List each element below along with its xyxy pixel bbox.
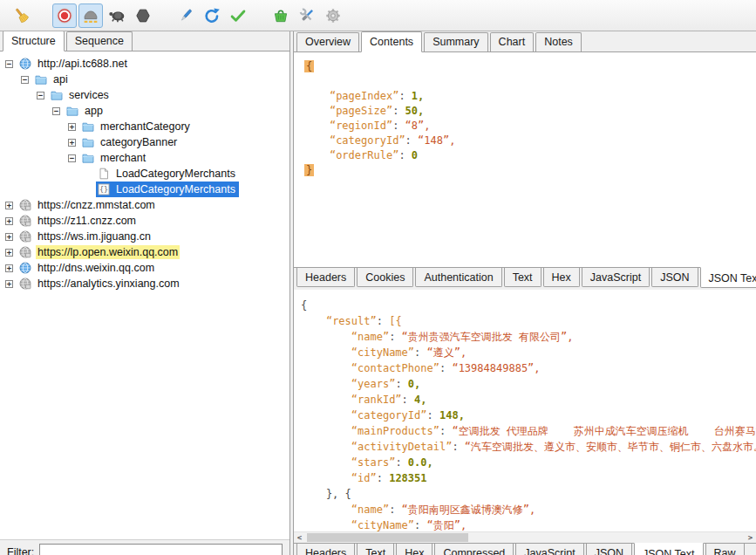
tree-label: http://api.tc688.net [36,57,129,71]
toolbar-button-clear-session[interactable] [10,3,34,28]
tree-label: https://cnzz.mmstat.com [36,198,157,212]
request-json-body: { “pageIndex”: 1, “pageSize”: 50, “regio… [294,52,756,267]
expand-icon[interactable]: + [5,202,13,209]
toolbar-button-repeat[interactable] [200,3,224,28]
tree-row-services[interactable]: −services [0,87,289,103]
expand-icon[interactable]: + [5,249,13,257]
tab-text[interactable]: Text [357,544,394,555]
tab-contents[interactable]: Contents [361,31,422,52]
pen-icon [176,6,195,25]
broom-icon [12,6,31,25]
code-line: }, { [301,486,749,502]
expand-icon[interactable]: + [5,217,13,225]
tree-label-wrap: merchantCategory [80,119,194,134]
tab-javascript[interactable]: JavaScript [582,268,650,287]
tree-label-wrap: http://api.tc688.net [17,56,131,72]
tab-headers[interactable]: Headers [296,268,355,287]
tab-cookies[interactable]: Cookies [357,268,413,287]
globe-http-icon [19,58,32,70]
tab-json-text[interactable]: JSON Text [634,543,704,555]
tab-headers[interactable]: Headers [296,544,355,555]
tree-label-wrap: https://cnzz.mmstat.com [17,197,159,213]
code-line: { [301,298,749,313]
throttle-icon [81,6,100,25]
tree-label: https://z11.cnzz.com [36,214,138,228]
toolbar-button-compose[interactable] [174,3,198,28]
tree-label: LoadCategoryMerchants [114,182,237,196]
tab-javascript[interactable]: JavaScript [515,544,583,555]
tree-row-categorybanner[interactable]: +categoryBanner [0,134,289,150]
tab-json-text[interactable]: JSON Text [700,267,756,288]
toolbar-button-throttle-turtle[interactable] [105,3,129,28]
filter-input[interactable] [39,544,283,555]
folder-icon [66,105,79,117]
filter-label: Filter: [7,546,34,555]
tree-label: http://dns.weixin.qq.com [36,261,156,275]
tab-json[interactable]: JSON [586,544,632,555]
tree-label: https://analytics.yinxiang.com [36,277,181,291]
collapse-icon[interactable]: − [21,76,29,84]
tree-row-https-cnzz-mmstat-com[interactable]: +https://cnzz.mmstat.com [0,197,289,213]
response-json-body: { “result”: [{ “name”: “贵州贵强汽车空调批发 有限公司”… [294,290,756,531]
toolbar-button-validate[interactable] [226,3,250,28]
tree-label-wrap: {}LoadCategoryMerchants [96,182,239,197]
expand-icon[interactable]: + [5,233,13,241]
collapse-icon[interactable]: − [52,107,60,115]
collapse-icon[interactable]: − [37,92,44,99]
horizontal-scroll-thumb[interactable] [307,533,468,542]
tree-label: services [67,88,111,102]
scroll-left-arrow-icon[interactable]: < [294,532,305,543]
tab-authentication[interactable]: Authentication [415,268,501,287]
toolbar-button-tools-basket[interactable] [269,3,293,28]
collapse-icon[interactable]: − [68,154,76,162]
tab-structure[interactable]: Structure [3,31,65,51]
tree-label-wrap: https://analytics.yinxiang.com [17,276,183,291]
toolbar-button-plugins-gear[interactable] [321,3,345,28]
toolbar-button-record[interactable] [52,3,77,28]
code-line: { [304,59,746,74]
toolbar-button-breakpoints[interactable] [131,3,155,28]
tree-row-loadcategorymerchants[interactable]: {}LoadCategoryMerchants [0,182,289,197]
tab-hex[interactable]: Hex [396,544,432,555]
collapse-icon[interactable]: − [5,60,13,68]
expand-icon[interactable]: + [68,123,76,131]
viewer-tabbar: OverviewContentsSummaryChartNotes [294,31,756,52]
tab-sequence[interactable]: Sequence [66,31,133,51]
tab-text[interactable]: Text [504,268,541,287]
expand-icon[interactable]: + [5,280,13,288]
scroll-right-arrow-icon[interactable]: > [745,532,756,543]
tree-row-merchant[interactable]: −merchant [0,150,289,166]
tree-row-api[interactable]: −api [0,72,289,87]
globe-https-icon [19,230,32,243]
toolbar-button-throttle[interactable] [78,3,103,28]
tab-notes[interactable]: Notes [535,32,582,51]
tab-summary[interactable]: Summary [424,32,487,51]
tab-overview[interactable]: Overview [296,32,359,51]
horizontal-scrollbar[interactable]: < > [294,531,756,543]
tree-row-https-lp-open-weixin-qq-com[interactable]: +https://lp.open.weixin.qq.com [0,244,289,260]
expand-icon[interactable]: + [68,139,76,147]
expand-icon[interactable]: + [5,264,13,272]
tree-row-https-analytics-yinxiang-com[interactable]: +https://analytics.yinxiang.com [0,276,289,291]
folder-icon [82,136,95,148]
tree-label-wrap: https://z11.cnzz.com [17,213,140,229]
tree-row-merchantcategory[interactable]: +merchantCategory [0,119,289,134]
tab-compressed[interactable]: Compressed [434,544,514,555]
tree-row-https-ws-im-jiguang-cn[interactable]: +https://ws.im.jiguang.cn [0,229,289,244]
toolbar-button-settings-tools[interactable] [295,3,319,28]
code-line: “activityDetail”: “汽车空调批发、遵义市、安顺市、毕节市、铜仁… [301,439,749,455]
charles-proxy-window: StructureSequence −http://api.tc688.net−… [0,0,756,555]
tree-row-https-z11-cnzz-com[interactable]: +https://z11.cnzz.com [0,213,289,229]
tab-json[interactable]: JSON [651,268,698,287]
tree-row-http-dns-weixin-qq-com[interactable]: +http://dns.weixin.qq.com [0,260,289,276]
tab-raw[interactable]: Raw [705,544,745,555]
code-line: “mainProducts”: “空调批发 代理品牌 苏州中成汽车空调压缩机 台… [301,423,749,439]
check-icon [228,6,248,25]
main-area: StructureSequence −http://api.tc688.net−… [0,31,756,555]
tab-chart[interactable]: Chart [490,32,535,51]
tree-row-http-api-tc688-net[interactable]: −http://api.tc688.net [0,56,289,72]
tree-row-app[interactable]: −app [0,103,289,119]
tree-row-loadcategorymerchants[interactable]: LoadCategoryMerchants [0,166,289,182]
tab-hex[interactable]: Hex [543,268,580,287]
globe-https-icon [19,278,32,290]
